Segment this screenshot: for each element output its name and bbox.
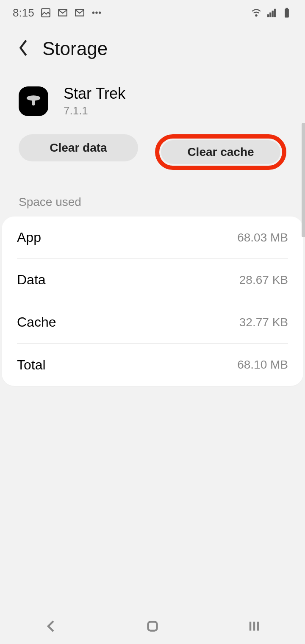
mail-icon xyxy=(74,7,85,18)
row-label: Total xyxy=(17,357,46,373)
svg-point-3 xyxy=(92,12,94,14)
svg-rect-15 xyxy=(148,622,157,631)
scrollbar[interactable] xyxy=(302,123,305,237)
svg-rect-12 xyxy=(286,8,288,9)
row-value: 28.67 KB xyxy=(239,273,288,287)
section-header-space-used: Space used xyxy=(0,195,305,217)
row-app: App 68.03 MB xyxy=(17,217,288,259)
status-bar: 8:15 xyxy=(0,0,305,25)
row-total: Total 68.10 MB xyxy=(17,344,288,386)
row-data: Data 28.67 KB xyxy=(17,259,288,301)
space-used-card: App 68.03 MB Data 28.67 KB Cache 32.77 K… xyxy=(2,217,303,386)
image-icon xyxy=(40,7,51,18)
row-value: 32.77 KB xyxy=(239,316,288,329)
app-version: 7.1.1 xyxy=(64,104,125,117)
page-title: Storage xyxy=(42,38,108,59)
wifi-icon xyxy=(251,7,262,18)
page-header: Storage xyxy=(0,25,305,76)
back-icon[interactable] xyxy=(17,39,30,59)
battery-icon xyxy=(281,7,292,18)
row-label: Data xyxy=(17,272,46,288)
nav-back-icon[interactable] xyxy=(43,619,58,636)
clear-data-button[interactable]: Clear data xyxy=(19,134,138,161)
signal-icon xyxy=(266,7,277,18)
row-label: App xyxy=(17,230,41,245)
svg-point-6 xyxy=(255,14,257,16)
clear-cache-button[interactable]: Clear cache xyxy=(161,140,280,164)
svg-rect-7 xyxy=(267,14,269,17)
svg-point-5 xyxy=(99,12,100,14)
row-label: Cache xyxy=(17,314,56,330)
row-value: 68.03 MB xyxy=(237,231,288,244)
action-buttons: Clear data Clear cache xyxy=(0,134,305,195)
row-value: 68.10 MB xyxy=(237,358,288,372)
svg-rect-10 xyxy=(274,9,276,17)
app-info-block: Star Trek 7.1.1 xyxy=(0,76,305,134)
svg-rect-8 xyxy=(270,13,271,17)
highlight-annotation: Clear cache xyxy=(155,134,286,170)
more-dots-icon xyxy=(91,7,102,18)
system-nav-bar xyxy=(0,610,305,644)
svg-rect-14 xyxy=(32,98,35,105)
nav-home-icon[interactable] xyxy=(145,619,160,636)
app-name: Star Trek xyxy=(64,85,125,103)
app-icon xyxy=(19,86,48,116)
status-time: 8:15 xyxy=(13,6,34,19)
row-cache: Cache 32.77 KB xyxy=(17,301,288,344)
mail-icon xyxy=(57,7,68,18)
nav-recents-icon[interactable] xyxy=(247,619,262,636)
svg-point-4 xyxy=(95,12,97,14)
svg-rect-11 xyxy=(285,9,289,17)
svg-rect-9 xyxy=(272,11,273,17)
